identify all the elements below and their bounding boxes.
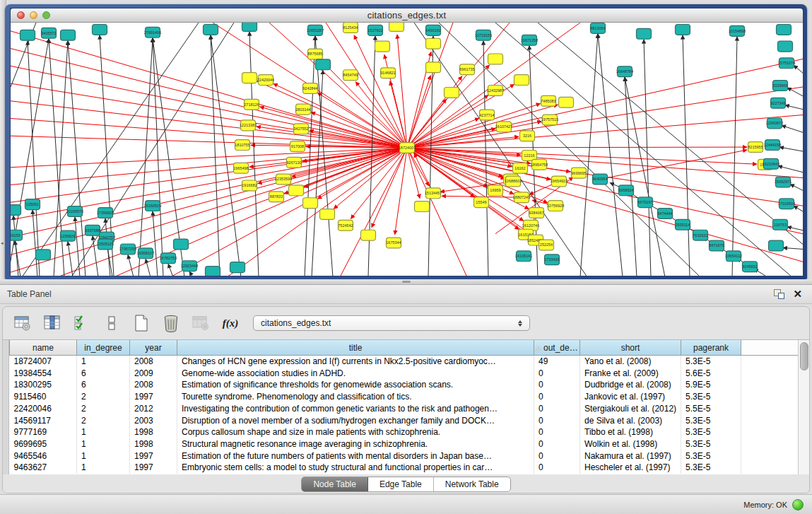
tab-network-table[interactable]: Network Table [434, 477, 510, 491]
table-cell[interactable]: 0 [534, 415, 580, 427]
close-panel-icon[interactable]: ✕ [793, 289, 802, 299]
graph-node[interactable] [778, 41, 793, 52]
graph-node-selected[interactable] [361, 230, 376, 240]
table-row[interactable]: 1938455462009Genome-wide association stu… [10, 368, 801, 380]
column-header-out-degree[interactable]: △out_de… [534, 340, 580, 356]
graph-edge[interactable] [407, 118, 479, 148]
table-cell[interactable]: 19384554 [10, 368, 77, 380]
select-columns-icon[interactable] [72, 313, 92, 333]
graph-node[interactable] [20, 30, 35, 40]
graph-edge[interactable] [778, 166, 803, 173]
table-cell[interactable]: de Silva et al. (2003) [580, 415, 681, 427]
table-cell[interactable]: 49 [534, 356, 580, 368]
graph-edge[interactable] [785, 105, 803, 110]
table-cell[interactable]: 0 [534, 379, 580, 391]
graph-node-selected[interactable] [445, 87, 459, 98]
table-cell[interactable]: 0 [534, 391, 580, 403]
table-row[interactable]: 911546021997Tourette syndrome. Phenomeno… [10, 391, 801, 403]
graph-edge[interactable] [407, 115, 803, 148]
graph-edge[interactable] [407, 76, 430, 148]
table-cell[interactable]: Changes of HCN gene expression and I(f) … [177, 356, 534, 368]
table-row[interactable]: 946554611997Estimation of the future num… [10, 450, 801, 462]
graph-edge[interactable] [168, 264, 173, 276]
graph-edge[interactable] [249, 32, 259, 276]
network-graph[interactable]: 1872400781254348875685696173512432987748… [11, 23, 803, 276]
table-cell[interactable]: Nakamura et al. (1997) [580, 450, 681, 462]
table-cell[interactable]: 0 [534, 462, 580, 474]
table-cell[interactable]: 1998 [130, 426, 177, 438]
row-height-icon[interactable] [102, 313, 122, 333]
graph-node-selected[interactable] [426, 62, 441, 73]
column-header-pagerank[interactable]: pagerank [681, 340, 741, 356]
memory-ok-icon[interactable] [792, 499, 804, 510]
graph-node[interactable] [637, 28, 652, 39]
graph-edge[interactable] [153, 211, 158, 276]
graph-edge[interactable] [600, 150, 747, 180]
network-canvas[interactable]: 1872400781254348875685696173512432987748… [11, 23, 803, 276]
table-cell[interactable]: 1 [77, 356, 130, 368]
scrollbar-thumb[interactable] [800, 342, 808, 370]
graph-edge[interactable] [139, 38, 153, 276]
table-cell[interactable]: 5.6E-5 [681, 368, 741, 380]
network-window-titlebar[interactable]: citations_edges.txt [11, 8, 803, 23]
table-cell[interactable]: 9777169 [10, 426, 77, 438]
graph-node[interactable] [316, 59, 331, 70]
graph-edge[interactable] [257, 81, 407, 148]
graph-edge[interactable] [787, 227, 803, 230]
table-cell[interactable]: 2 [77, 403, 130, 415]
graph-edge[interactable] [114, 148, 407, 276]
table-cell[interactable]: 18300295 [10, 379, 77, 391]
graph-node-selected[interactable] [559, 97, 574, 107]
graph-node-selected[interactable] [289, 185, 304, 196]
float-panel-icon[interactable] [774, 289, 784, 299]
table-cell[interactable]: Tibbo et al. (1998) [580, 426, 681, 438]
table-cell[interactable]: 22420046 [10, 403, 77, 415]
table-cell[interactable]: Estimation of significance thresholds fo… [177, 379, 534, 391]
table-mode-icon[interactable] [13, 313, 33, 333]
table-cell[interactable]: Investigating the contribution of common… [177, 403, 534, 415]
graph-edge[interactable] [790, 184, 803, 190]
table-cell[interactable]: Yano et al. (2008) [580, 356, 681, 368]
table-cell[interactable]: 5.3E-5 [681, 462, 741, 474]
table-cell[interactable]: 9465546 [10, 450, 77, 462]
table-cell[interactable]: 1 [77, 426, 130, 438]
table-cell[interactable]: 1997 [130, 450, 177, 462]
table-cell[interactable]: 1998 [130, 438, 177, 450]
graph-edge[interactable] [189, 271, 193, 276]
graph-node[interactable] [93, 24, 107, 35]
table-cell[interactable]: Tourette syndrome. Phenomenology and cla… [177, 391, 534, 403]
table-cell[interactable]: 5.5E-5 [681, 403, 741, 415]
graph-node-selected[interactable] [488, 54, 503, 64]
tab-node-table[interactable]: Node Table [302, 477, 368, 491]
table-cell[interactable]: 0 [534, 438, 580, 450]
table-row[interactable]: 2242004622012Investigating the contribut… [10, 403, 801, 415]
table-cell[interactable]: Estimation of the future numbers of pati… [177, 450, 534, 462]
graph-node[interactable] [777, 24, 792, 35]
graph-edge[interactable] [11, 148, 407, 202]
graph-edge[interactable] [11, 136, 407, 148]
table-row[interactable]: 1872400712008Changes of HCN gene express… [10, 356, 801, 368]
table-cell[interactable]: Wolkin et al. (1998) [580, 438, 681, 450]
graph-node-selected[interactable] [415, 201, 430, 212]
graph-edge[interactable] [794, 206, 803, 211]
table-cell[interactable]: 2012 [130, 403, 177, 415]
table-cell[interactable]: 14569117 [10, 415, 77, 427]
graph-edge[interactable] [407, 147, 747, 148]
column-header-year[interactable]: year [130, 340, 177, 356]
graph-node-selected[interactable] [303, 198, 318, 209]
graph-node[interactable] [61, 30, 76, 40]
table-cell[interactable]: 5.3E-5 [681, 415, 741, 427]
graph-node-selected[interactable] [242, 73, 257, 83]
table-cell[interactable]: Hescheler et al. (1997) [580, 462, 681, 474]
close-window-button[interactable] [17, 11, 25, 19]
table-cell[interactable]: 5.3E-5 [681, 438, 741, 450]
tab-edge-table[interactable]: Edge Table [368, 477, 434, 491]
graph-node[interactable] [676, 24, 690, 35]
column-header-name[interactable]: name [10, 340, 77, 356]
table-cell[interactable]: Franke et al. (2009) [580, 368, 681, 380]
table-vertical-scrollbar[interactable] [798, 340, 809, 474]
graph-edge[interactable] [68, 242, 73, 276]
function-builder-icon[interactable]: f(x) [220, 313, 240, 333]
table-cell[interactable]: Stergiakouli et al. (2012) [580, 403, 681, 415]
table-cell[interactable]: 0 [534, 450, 580, 462]
